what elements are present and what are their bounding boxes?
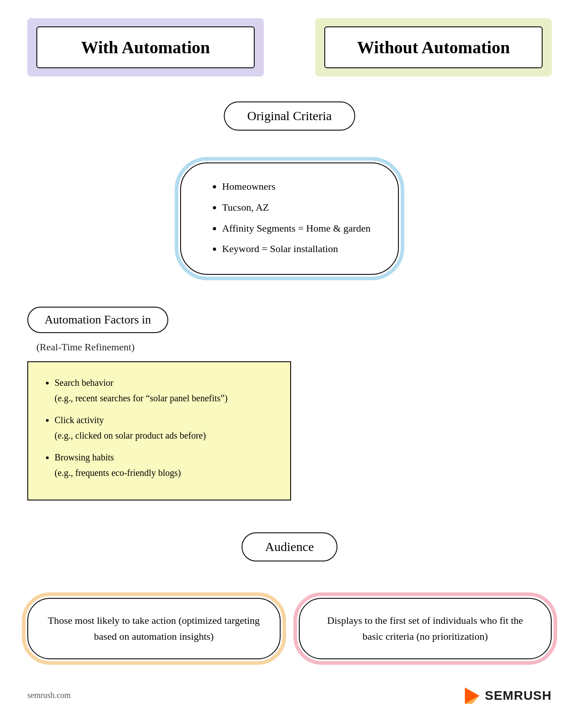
- criteria-item-3: Affinity Segments = Home & garden: [222, 219, 371, 238]
- yellow-box-list: Search behavior (e.g., recent searches f…: [44, 375, 275, 480]
- realtime-label: (Real-Time Refinement): [36, 341, 291, 353]
- criteria-bubble: Homeowners Tucson, AZ Affinity Segments …: [180, 162, 399, 275]
- without-automation-box: Without Automation: [324, 26, 543, 68]
- yellow-box: Search behavior (e.g., recent searches f…: [27, 361, 291, 500]
- bottom-row: Those most likely to take action (optimi…: [27, 598, 552, 659]
- with-automation-bg: With Automation: [27, 18, 264, 76]
- semrush-brand-text: SEMRUSH: [485, 688, 552, 703]
- with-automation-title: With Automation: [55, 37, 236, 57]
- outcome-left-box: Those most likely to take action (optimi…: [27, 598, 281, 659]
- yellow-item-1: Search behavior (e.g., recent searches f…: [55, 375, 275, 406]
- criteria-bubble-row: Homeowners Tucson, AZ Affinity Segments …: [27, 162, 552, 275]
- automation-factors-title: Automation Factors in: [45, 313, 151, 326]
- criteria-item-2: Tucson, AZ: [222, 198, 371, 217]
- svg-marker-6: [287, 154, 291, 158]
- without-automation-bg: Without Automation: [315, 18, 552, 76]
- audience-box: Audience: [242, 532, 337, 561]
- criteria-item-4: Keyword = Solar installation: [222, 239, 371, 258]
- footer: semrush.com SEMRUSH: [27, 682, 552, 705]
- yellow-item-3: Browsing habits (e.g., frequents eco-fri…: [55, 450, 275, 480]
- yellow-item-2: Click activity (e.g., clicked on solar p…: [55, 412, 275, 443]
- semrush-logo: SEMRUSH: [463, 687, 552, 705]
- original-criteria-row: Original Criteria: [27, 101, 552, 131]
- split-row: Automation Factors in (Real-Time Refinem…: [27, 307, 552, 500]
- automation-factors-label: Automation Factors in: [27, 307, 168, 333]
- original-criteria-label: Original Criteria: [247, 109, 332, 123]
- with-automation-box: With Automation: [36, 26, 255, 68]
- audience-row: Audience: [27, 532, 552, 561]
- outcome-left-text: Those most likely to take action (optimi…: [48, 615, 260, 642]
- audience-label: Audience: [265, 540, 314, 554]
- semrush-icon: [463, 687, 481, 705]
- automation-factors-wrapper: Automation Factors in: [27, 307, 291, 338]
- criteria-list: Homeowners Tucson, AZ Affinity Segments …: [208, 177, 371, 258]
- footer-url: semrush.com: [27, 691, 70, 700]
- without-automation-title: Without Automation: [343, 37, 524, 57]
- outcome-right-box: Displays to the first set of individuals…: [299, 598, 552, 659]
- page-container: With Automation Without Automation: [0, 0, 579, 728]
- left-col: Automation Factors in (Real-Time Refinem…: [27, 307, 291, 500]
- outcome-right-text: Displays to the first set of individuals…: [327, 615, 523, 642]
- criteria-item-1: Homeowners: [222, 177, 371, 196]
- top-row: With Automation Without Automation: [27, 18, 552, 76]
- original-criteria-box: Original Criteria: [224, 101, 356, 131]
